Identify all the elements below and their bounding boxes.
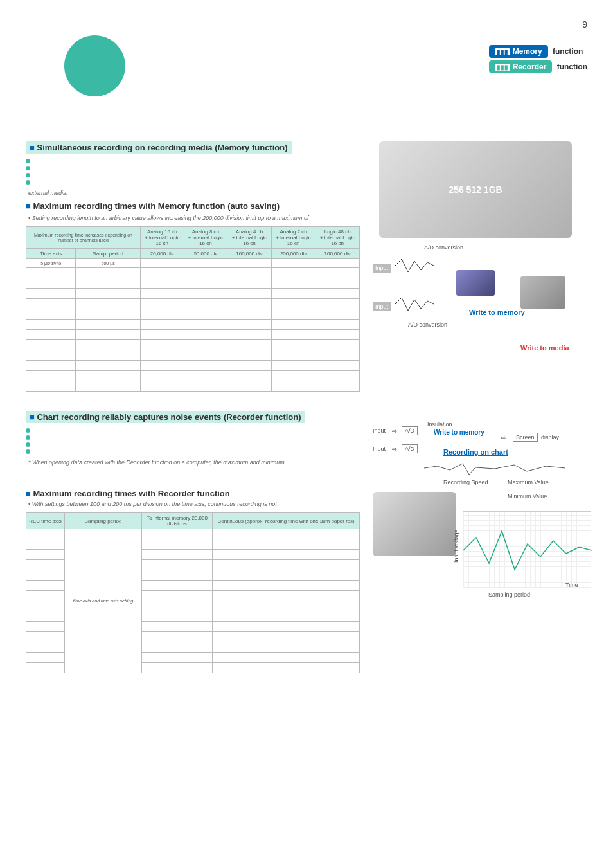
function-word-2: function <box>557 62 587 71</box>
table-corner-label: Maximum recording time increases dependi… <box>26 227 141 249</box>
function-word: function <box>553 47 583 56</box>
memory-pill: ▮▮▮Memory <box>489 45 548 58</box>
note-rec-settings: • With settings between 100 and 200 ms p… <box>28 501 360 507</box>
section-title-max-mem: ■ Maximum recording times with Memory fu… <box>26 201 360 211</box>
section-title-simultaneous: ■ Simultaneous recording on recording me… <box>26 141 292 154</box>
chart-strip <box>463 511 591 588</box>
note-setting: • Setting recording length to an arbitra… <box>28 215 360 221</box>
note-external-media: external media. <box>28 190 360 196</box>
footnote-recorder: * When opening data created with the Rec… <box>28 459 360 466</box>
section-title-chart-rec: ■ Chart recording reliably captures nois… <box>26 411 305 423</box>
section-title-max-rec: ■ Maximum recording times with Recorder … <box>26 489 360 498</box>
memory-flow-diagram: A/D conversion Input Input A/D conversio… <box>373 244 572 360</box>
page-number: 9 <box>582 19 587 30</box>
memory-recording-table: Maximum recording time increases dependi… <box>26 226 360 392</box>
function-badges: ▮▮▮Memory function ▮▮▮Recorder function <box>489 45 587 76</box>
recorder-flow-diagram: Input ⇨ A/D Insulation Write to memory ⇨… <box>373 415 578 608</box>
recorder-pill: ▮▮▮Recorder <box>489 60 553 73</box>
corner-badge <box>64 35 125 96</box>
recorder-table: REC time axis Sampling period To interna… <box>26 512 360 673</box>
bullets-section3 <box>26 427 360 455</box>
printer-image <box>373 492 456 556</box>
bullets-section1 <box>26 158 360 186</box>
cf-cards-image <box>379 141 572 238</box>
